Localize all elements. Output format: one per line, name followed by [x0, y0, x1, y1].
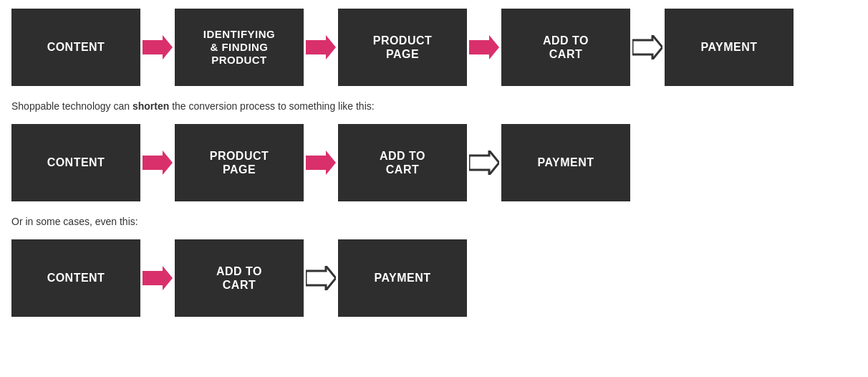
svg-marker-2: [469, 35, 499, 59]
arrow-pink-5: [304, 148, 338, 177]
description-1-bold: shorten: [132, 100, 169, 112]
svg-marker-1: [306, 35, 336, 59]
pink-arrow-icon-2: [306, 35, 336, 59]
flow-row-1: CONTENT IDENTIFYING & FINDING PRODUCT PR…: [11, 9, 857, 86]
pink-arrow-icon-6: [143, 266, 173, 290]
section-row1: CONTENT IDENTIFYING & FINDING PRODUCT PR…: [11, 9, 857, 86]
arrow-pink-3: [467, 33, 501, 62]
flow-row-3: CONTENT ADD TO CART PAYMENT: [11, 239, 857, 317]
box-content3-label: CONTENT: [47, 271, 105, 285]
box-content1: CONTENT: [11, 9, 140, 86]
box-payment1-label: PAYMENT: [701, 40, 758, 54]
section-row2: CONTENT PRODUCT PAGE ADD TO CART PAYMENT: [11, 124, 857, 201]
arrow-pink-6: [140, 264, 175, 292]
box-add-to-cart3-label: ADD TO CART: [216, 264, 262, 292]
box-product-page1: PRODUCT PAGE: [338, 9, 467, 86]
box-payment1: PAYMENT: [665, 9, 794, 86]
flow-row-2: CONTENT PRODUCT PAGE ADD TO CART PAYMENT: [11, 124, 857, 201]
dark-arrow-icon-3: [306, 266, 336, 290]
svg-marker-6: [469, 151, 499, 175]
box-content3: CONTENT: [11, 239, 140, 317]
box-content2-label: CONTENT: [47, 156, 105, 169]
description-1-prefix: Shoppable technology can: [11, 100, 132, 112]
box-add-to-cart1: ADD TO CART: [501, 9, 630, 86]
description-1-suffix: the conversion process to something like…: [169, 100, 374, 112]
box-payment3: PAYMENT: [338, 239, 467, 317]
svg-marker-8: [306, 266, 336, 290]
description-2-text: Or in some cases, even this:: [11, 216, 138, 227]
arrow-pink-2: [304, 33, 338, 62]
box-identifying-label: IDENTIFYING & FINDING PRODUCT: [203, 28, 275, 67]
pink-arrow-icon-3: [469, 35, 499, 59]
box-add-to-cart2: ADD TO CART: [338, 124, 467, 201]
box-add-to-cart3: ADD TO CART: [175, 239, 304, 317]
pink-arrow-icon-1: [143, 35, 173, 59]
svg-marker-7: [143, 266, 173, 290]
arrow-pink-4: [140, 148, 175, 177]
box-payment2: PAYMENT: [501, 124, 630, 201]
box-content1-label: CONTENT: [47, 40, 105, 54]
svg-marker-4: [143, 151, 173, 175]
section-row3: CONTENT ADD TO CART PAYMENT: [11, 239, 857, 317]
box-payment3-label: PAYMENT: [375, 271, 431, 285]
svg-marker-3: [632, 35, 662, 59]
arrow-dark-2: [467, 148, 501, 177]
description-2: Or in some cases, even this:: [11, 214, 857, 229]
arrow-dark-1: [630, 33, 665, 62]
box-identifying: IDENTIFYING & FINDING PRODUCT: [175, 9, 304, 86]
box-product-page1-label: PRODUCT PAGE: [373, 34, 432, 61]
box-add-to-cart1-label: ADD TO CART: [543, 34, 589, 61]
box-product-page2-label: PRODUCT PAGE: [210, 149, 269, 176]
box-payment2-label: PAYMENT: [538, 156, 594, 169]
description-1: Shoppable technology can shorten the con…: [11, 99, 857, 114]
box-add-to-cart2-label: ADD TO CART: [380, 149, 425, 176]
box-product-page2: PRODUCT PAGE: [175, 124, 304, 201]
svg-marker-0: [143, 35, 173, 59]
dark-arrow-icon-2: [469, 151, 499, 175]
pink-arrow-icon-5: [306, 151, 336, 175]
svg-marker-5: [306, 151, 336, 175]
pink-arrow-icon-4: [143, 151, 173, 175]
arrow-pink-1: [140, 33, 175, 62]
arrow-dark-3: [304, 264, 338, 292]
dark-arrow-icon-1: [632, 35, 662, 59]
box-content2: CONTENT: [11, 124, 140, 201]
